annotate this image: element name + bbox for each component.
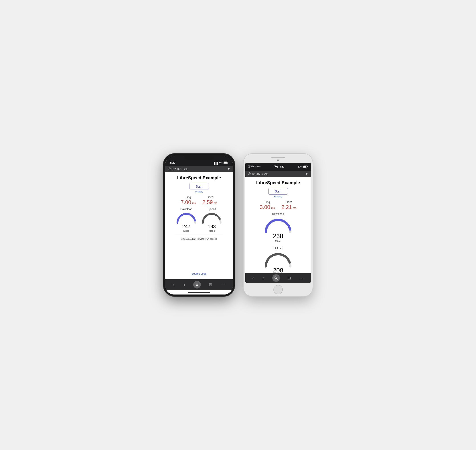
privacy-link-white[interactable]: Privacy bbox=[274, 195, 282, 198]
svg-rect-2 bbox=[228, 162, 228, 163]
status-icons: ▐▐▐ bbox=[213, 161, 228, 164]
status-left: 无SIM卡 bbox=[248, 165, 261, 168]
ip-info: 192.168.0.152 - private IPv4 access bbox=[181, 238, 217, 240]
download-gauge-large bbox=[262, 217, 294, 234]
phone-white: 无SIM卡 下午 6:32 67% ⓘ 192.168.0.211 bbox=[244, 154, 313, 296]
upload-unit: Mbps bbox=[209, 230, 215, 232]
upload-gauge-wrap bbox=[201, 212, 223, 225]
upload-gauge: Upload 193 Mbps bbox=[201, 208, 223, 232]
download-unit-white: Mbps bbox=[275, 240, 281, 242]
source-code-link[interactable]: Source code bbox=[192, 272, 206, 275]
home-button[interactable] bbox=[273, 285, 283, 294]
metrics-row: Ping 7.00 ms Jitter 2.59 ms bbox=[169, 195, 229, 205]
home-indicator bbox=[165, 290, 233, 295]
sim-text: 无SIM卡 bbox=[248, 165, 256, 168]
bottom-nav-white: ‹ › ⊡ ··· bbox=[245, 273, 311, 283]
ping-value-white: 3.00 bbox=[260, 204, 270, 210]
back-button[interactable]: ‹ bbox=[170, 282, 176, 288]
download-unit: Mbps bbox=[183, 230, 189, 232]
download-gauge-single: Download 238 Mbps bbox=[249, 213, 307, 242]
ping-label-white: Ping bbox=[260, 201, 275, 204]
url-address: 192.168.0.211 bbox=[171, 167, 189, 171]
upload-gauge-single: Upload 208 Mbps bbox=[249, 247, 307, 273]
forward-button-white[interactable]: › bbox=[261, 275, 266, 281]
jitter-value: 2.59 bbox=[202, 199, 213, 205]
lock-icon-white: ⓘ bbox=[248, 172, 251, 176]
battery-icon bbox=[224, 161, 228, 164]
upload-label-white: Upload bbox=[274, 247, 282, 250]
url-text: ⓘ 192.168.0.211 bbox=[168, 167, 189, 171]
url-address-white: 192.168.0.211 bbox=[252, 172, 269, 176]
status-time-white: 下午 6:32 bbox=[274, 165, 284, 168]
signal-icon: ▐▐▐ bbox=[213, 162, 218, 164]
battery-percent: 67% bbox=[298, 166, 302, 168]
bottom-nav: ‹ › G ⊡ ··· bbox=[165, 279, 233, 290]
ping-box: Ping 7.00 ms bbox=[181, 195, 196, 205]
speaker bbox=[271, 157, 285, 158]
divider bbox=[175, 235, 223, 235]
google-button[interactable]: G bbox=[193, 281, 201, 289]
phone-black: 6:30 ▐▐▐ ⓘ bbox=[163, 154, 235, 296]
svg-rect-1 bbox=[224, 162, 227, 164]
url-text-white: ⓘ 192.168.0.211 bbox=[248, 172, 269, 176]
ping-value: 7.00 bbox=[181, 199, 191, 205]
ping-label: Ping bbox=[181, 195, 196, 199]
app-title-white: LibreSpeed Example bbox=[256, 180, 300, 185]
status-right: 67% bbox=[298, 166, 308, 168]
status-time: 6:30 bbox=[170, 161, 175, 164]
screen-white: 无SIM卡 下午 6:32 67% ⓘ 192.168.0.211 bbox=[245, 163, 311, 283]
start-button-white[interactable]: Start bbox=[268, 188, 288, 195]
svg-line-7 bbox=[277, 278, 277, 279]
share-icon-white[interactable]: ⬆ bbox=[305, 172, 308, 176]
tabs-button[interactable]: ⊡ bbox=[207, 281, 215, 288]
download-gauge-wrap bbox=[175, 212, 197, 225]
more-button[interactable]: ··· bbox=[220, 282, 228, 288]
home-button-area bbox=[244, 283, 313, 296]
download-label-white: Download bbox=[272, 213, 284, 216]
battery-icon-white bbox=[303, 166, 308, 168]
app-title: LibreSpeed Example bbox=[177, 175, 221, 180]
home-bar bbox=[188, 292, 210, 293]
wifi-icon bbox=[219, 161, 222, 164]
forward-button[interactable]: › bbox=[182, 282, 187, 288]
content-area-white: LibreSpeed Example Start Privacy Ping 3.… bbox=[245, 177, 311, 273]
jitter-value-white: 2.21 bbox=[281, 204, 292, 210]
privacy-link[interactable]: Privacy bbox=[195, 190, 203, 193]
jitter-label-white: Jitter bbox=[281, 201, 296, 204]
jitter-label: Jitter bbox=[202, 195, 217, 199]
camera bbox=[277, 160, 279, 161]
upload-gauge-large bbox=[262, 251, 294, 269]
back-button-white[interactable]: ‹ bbox=[250, 275, 255, 281]
jitter-unit: ms bbox=[214, 201, 217, 205]
ping-box-white: Ping 3.00 ms bbox=[260, 201, 275, 210]
content-area: LibreSpeed Example Start Privacy Ping 7.… bbox=[165, 172, 233, 279]
notch bbox=[185, 154, 214, 160]
search-button-white[interactable] bbox=[272, 274, 280, 282]
jitter-box: Jitter 2.59 ms bbox=[202, 195, 217, 205]
share-icon[interactable]: ⬆ bbox=[227, 167, 230, 171]
gauges-row: Download 247 Mbps Upload bbox=[169, 208, 229, 232]
start-button[interactable]: Start bbox=[189, 183, 209, 190]
svg-rect-5 bbox=[308, 166, 308, 167]
wifi-icon-white bbox=[257, 166, 261, 168]
url-bar-white[interactable]: ⓘ 192.168.0.211 ⬆ bbox=[245, 171, 311, 177]
lock-icon: ⓘ bbox=[168, 167, 171, 171]
jitter-unit-white: ms bbox=[293, 207, 296, 210]
jitter-box-white: Jitter 2.21 ms bbox=[281, 201, 296, 210]
upload-label: Upload bbox=[208, 208, 216, 211]
tabs-button-white[interactable]: ⊡ bbox=[286, 275, 293, 281]
svg-rect-4 bbox=[303, 166, 306, 167]
download-gauge: Download 247 Mbps bbox=[175, 208, 197, 232]
metrics-row-white: Ping 3.00 ms Jitter 2.21 ms bbox=[249, 201, 307, 210]
screen-black: 6:30 ▐▐▐ ⓘ bbox=[165, 156, 233, 295]
more-button-white[interactable]: ··· bbox=[299, 275, 306, 281]
status-bar-white: 无SIM卡 下午 6:32 67% bbox=[245, 163, 311, 171]
ping-unit: ms bbox=[192, 201, 196, 205]
ping-unit-white: ms bbox=[271, 207, 275, 210]
download-label: Download bbox=[180, 208, 192, 211]
url-bar[interactable]: ⓘ 192.168.0.211 ⬆ bbox=[165, 166, 233, 172]
